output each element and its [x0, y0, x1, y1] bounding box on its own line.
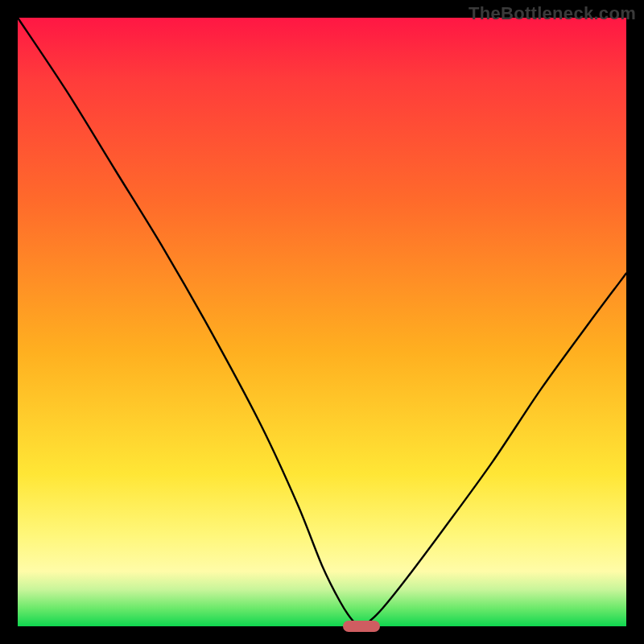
minimum-marker [343, 621, 380, 632]
bottleneck-curve [18, 18, 626, 626]
chart-frame: TheBottleneck.com [0, 0, 644, 644]
plot-area [18, 18, 626, 626]
watermark-text: TheBottleneck.com [469, 3, 636, 24]
